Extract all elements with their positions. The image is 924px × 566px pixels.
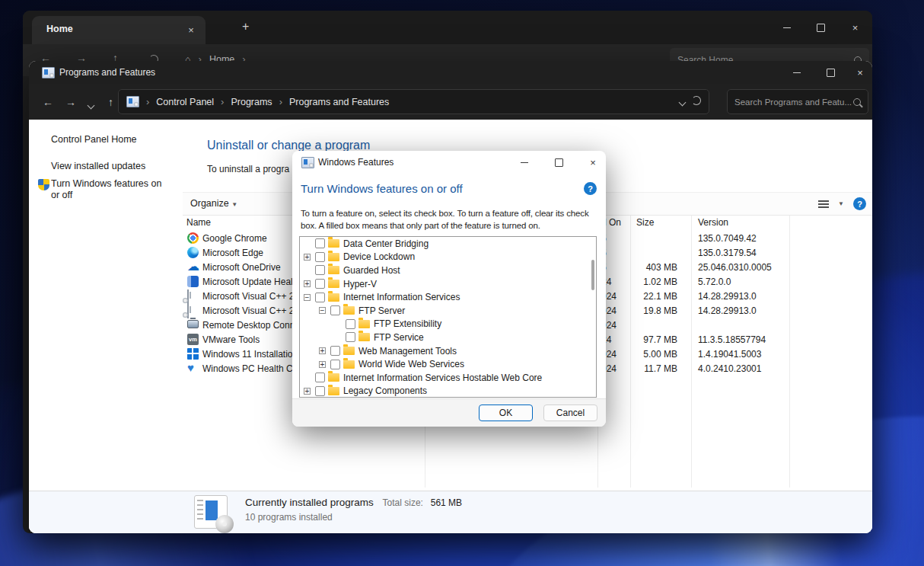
- column-size[interactable]: Size: [636, 217, 654, 228]
- column-version[interactable]: Version: [698, 217, 728, 228]
- vmware-icon: [187, 334, 199, 345]
- expand-icon[interactable]: +: [319, 347, 326, 354]
- windows-features-dialog: Windows Features × Turn Windows features…: [292, 151, 606, 427]
- feature-checkbox[interactable]: [330, 360, 340, 369]
- feature-checkbox[interactable]: [346, 319, 355, 329]
- feature-row[interactable]: Guarded Host: [300, 264, 596, 277]
- program-name: Windows 11 Installatio: [202, 349, 293, 360]
- maximize-icon[interactable]: [814, 61, 848, 84]
- total-size-label: Total size:: [383, 497, 423, 508]
- expand-icon[interactable]: +: [319, 361, 326, 368]
- feature-row[interactable]: Data Center Bridging: [300, 237, 596, 251]
- feature-checkbox[interactable]: [346, 332, 355, 342]
- pf-search-input[interactable]: Search Programs and Featu...: [727, 89, 868, 114]
- search-icon[interactable]: [853, 98, 861, 106]
- program-name: Microsoft OneDrive: [202, 262, 281, 273]
- breadcrumb-item-programs[interactable]: Programs: [231, 97, 272, 107]
- feature-checkbox[interactable]: [330, 305, 340, 315]
- minimize-icon[interactable]: [779, 61, 814, 84]
- feature-label: Web Management Tools: [358, 346, 457, 357]
- pf-titlebar[interactable]: Programs and Features ×: [29, 61, 872, 84]
- feature-row[interactable]: + Device Lockdown: [300, 251, 596, 264]
- feature-checkbox[interactable]: [330, 346, 340, 356]
- feature-label: FTP Extensibility: [374, 318, 441, 329]
- collapse-icon[interactable]: −: [304, 294, 311, 301]
- sidebar-item-control-panel-home[interactable]: Control Panel Home: [51, 134, 137, 145]
- minimize-icon[interactable]: [508, 151, 540, 174]
- back-icon[interactable]: ←: [43, 96, 53, 108]
- forward-icon[interactable]: →: [65, 96, 76, 108]
- scrollbar-thumb[interactable]: [591, 260, 594, 290]
- folder-icon: [328, 266, 339, 274]
- sidebar-item-turn-windows-features[interactable]: Turn Windows features on or off: [51, 178, 171, 201]
- program-version: 135.0.7049.42: [698, 233, 757, 244]
- maximize-icon[interactable]: [543, 151, 575, 174]
- search-placeholder: Search Programs and Featu...: [734, 98, 852, 107]
- folder-icon: [358, 333, 370, 341]
- programs-and-features-icon: [194, 495, 228, 529]
- feature-checkbox[interactable]: [315, 265, 325, 275]
- feature-checkbox[interactable]: [315, 373, 325, 382]
- feature-checkbox[interactable]: [315, 252, 325, 262]
- feature-checkbox[interactable]: [315, 293, 325, 302]
- feature-row[interactable]: Internet Information Services Hostable W…: [300, 371, 596, 385]
- expand-icon[interactable]: +: [304, 254, 311, 261]
- close-icon[interactable]: ×: [577, 151, 609, 174]
- close-icon[interactable]: ×: [838, 16, 872, 39]
- feature-checkbox[interactable]: [315, 279, 325, 289]
- expand-icon[interactable]: +: [304, 280, 311, 287]
- feature-row[interactable]: + Legacy Components: [300, 385, 596, 398]
- feature-row[interactable]: + Hyper-V: [300, 277, 596, 291]
- new-tab-icon[interactable]: +: [242, 20, 249, 34]
- breadcrumb-item-control-panel[interactable]: Control Panel: [156, 97, 214, 107]
- feature-row[interactable]: − FTP Server: [300, 304, 596, 318]
- help-icon[interactable]: ?: [853, 197, 866, 210]
- sidebar-item-view-installed-updates[interactable]: View installed updates: [51, 161, 145, 171]
- recent-locations-icon[interactable]: [88, 98, 94, 110]
- ok-button[interactable]: OK: [479, 405, 533, 421]
- feature-label: Internet Information Services: [343, 292, 460, 302]
- windows-icon: [187, 348, 199, 360]
- feature-checkbox[interactable]: [315, 386, 325, 396]
- help-icon[interactable]: ?: [584, 182, 597, 195]
- feature-row[interactable]: + Web Management Tools: [300, 344, 596, 358]
- close-icon[interactable]: ×: [848, 61, 872, 84]
- up-icon[interactable]: ↑: [108, 96, 113, 108]
- breadcrumb-separator: ›: [279, 96, 282, 107]
- feature-row[interactable]: + World Wide Web Services: [300, 357, 596, 371]
- breadcrumb-separator: ›: [146, 96, 149, 107]
- collapse-icon[interactable]: −: [319, 307, 326, 314]
- cancel-button[interactable]: Cancel: [543, 405, 597, 421]
- organize-button[interactable]: Organize ▼: [190, 198, 237, 209]
- features-tree[interactable]: Data Center Bridging + Device Lockdown G…: [299, 236, 597, 398]
- status-title: Currently installed programs: [245, 497, 374, 508]
- organize-label: Organize: [190, 198, 229, 209]
- dialog-titlebar[interactable]: Windows Features ×: [292, 151, 606, 174]
- refresh-icon[interactable]: [692, 96, 701, 107]
- feature-row[interactable]: FTP Extensibility: [300, 318, 596, 331]
- programs-and-features-icon: [126, 96, 139, 107]
- folder-icon: [343, 306, 355, 315]
- chevron-down-icon[interactable]: ▼: [838, 200, 844, 207]
- tab-close-icon[interactable]: ×: [184, 23, 198, 37]
- column-name[interactable]: Name: [186, 217, 211, 228]
- explorer-tab-bar[interactable]: Home × + ×: [23, 11, 872, 44]
- folder-icon: [328, 293, 339, 302]
- view-list-icon[interactable]: [818, 200, 829, 208]
- breadcrumb-item-programs-and-features[interactable]: Programs and Features: [289, 97, 389, 107]
- address-bar[interactable]: › Control Panel › Programs › Programs an…: [118, 89, 709, 114]
- feature-checkbox[interactable]: [315, 238, 325, 248]
- feature-row[interactable]: FTP Service: [300, 331, 596, 344]
- program-name: VMware Tools: [202, 334, 260, 345]
- edge-icon: [187, 247, 199, 258]
- minimize-icon[interactable]: [769, 16, 804, 39]
- chrome-icon: [187, 232, 199, 244]
- maximize-icon[interactable]: [804, 16, 838, 39]
- address-dropdown-icon[interactable]: [680, 97, 685, 107]
- program-name: Microsoft Edge: [202, 248, 263, 258]
- explorer-tab-home[interactable]: Home ×: [32, 16, 206, 44]
- expand-icon[interactable]: +: [304, 388, 311, 395]
- screen: Home × + × ← → ↑ ⌂ › Home › Search Home: [0, 0, 924, 566]
- feature-row[interactable]: − Internet Information Services: [300, 290, 596, 304]
- page-description: To uninstall a progra: [207, 164, 289, 174]
